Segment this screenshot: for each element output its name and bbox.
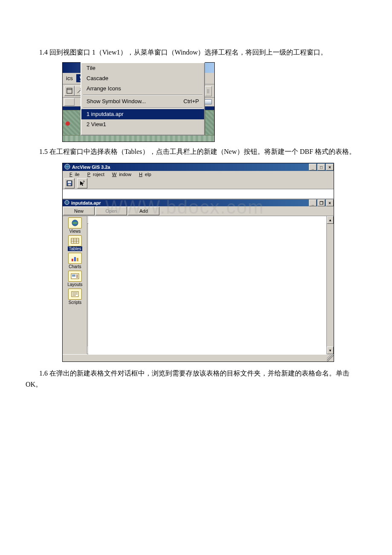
svg-rect-11 bbox=[71, 238, 79, 243]
toolbar-row2-button[interactable] bbox=[64, 98, 75, 106]
close-button[interactable]: × bbox=[326, 164, 334, 171]
svg-rect-0 bbox=[67, 88, 72, 93]
project-minimize-button[interactable]: _ bbox=[309, 199, 317, 206]
menu-item-cascade[interactable]: CascadeCascade bbox=[81, 73, 204, 84]
project-title: inputdata.apr bbox=[69, 200, 101, 205]
svg-rect-7 bbox=[68, 184, 71, 185]
app-toolbar: ? bbox=[63, 178, 334, 189]
svg-rect-21 bbox=[76, 275, 78, 278]
menu-item-arrange-icons[interactable]: Arrange IconsArrange Icons bbox=[81, 84, 204, 94]
svg-rect-20 bbox=[72, 275, 75, 277]
scroll-down-icon[interactable]: ▼ bbox=[327, 347, 334, 354]
svg-point-9 bbox=[65, 200, 69, 205]
minimize-button[interactable]: _ bbox=[309, 164, 317, 171]
sidebar-label: Charts bbox=[69, 264, 81, 269]
figure-window-menu: ics WWindowindow HHelpelp TileTile bbox=[62, 62, 215, 142]
new-button[interactable]: New bbox=[63, 207, 95, 215]
project-titlebar: inputdata.apr _ ❐ × bbox=[63, 199, 334, 206]
menu-item-view1[interactable]: 2 View12 View1 bbox=[81, 119, 204, 130]
maximize-button[interactable]: □ bbox=[317, 164, 325, 171]
map-strip-right bbox=[205, 110, 214, 136]
menu-project[interactable]: ProjectProject bbox=[82, 171, 107, 177]
sidebar-item-layouts[interactable]: Layouts bbox=[64, 270, 86, 287]
svg-text:?: ? bbox=[83, 180, 85, 184]
paragraph-1-4: 1.4 回到视图窗口 1（View1），从菜单窗口（Window）选择工程名，将… bbox=[26, 47, 366, 58]
sidebar-item-tables[interactable]: Tables bbox=[64, 235, 86, 251]
sidebar-label: Views bbox=[69, 228, 81, 234]
paragraph-1-5: 1.5 在工程窗口中选择表格（Tables），点击工具栏上的新建（New）按钮。… bbox=[26, 146, 366, 157]
menu-file[interactable]: FileFile bbox=[64, 171, 82, 177]
project-button-row: New Open Add bbox=[63, 206, 334, 216]
app-icon bbox=[64, 164, 70, 171]
charts-icon bbox=[68, 253, 82, 264]
sidebar-label: Layouts bbox=[67, 282, 82, 287]
svg-rect-18 bbox=[77, 258, 78, 261]
content-scrollbar[interactable]: ▲ ▼ bbox=[326, 216, 334, 354]
toolbar-grip-icon[interactable] bbox=[205, 86, 212, 96]
sidebar-label: Scripts bbox=[69, 300, 82, 305]
sidebar-item-scripts[interactable]: Scripts bbox=[64, 288, 86, 305]
menu-help[interactable]: HelpHelp bbox=[134, 171, 154, 177]
help-pointer-button[interactable]: ? bbox=[77, 178, 87, 188]
menu-window[interactable]: WindowWindow bbox=[107, 171, 134, 177]
menu-item-project[interactable]: 1 inputdata.apr1 inputdata.apr bbox=[81, 109, 204, 119]
blank-toolbar-area bbox=[63, 189, 334, 199]
map-strip-left bbox=[63, 110, 81, 136]
svg-rect-16 bbox=[72, 259, 73, 261]
window-dropdown-menu: TileTile CascadeCascade Arrange IconsArr… bbox=[81, 62, 205, 136]
menubar-fragment: ics bbox=[66, 75, 73, 81]
project-icon bbox=[64, 200, 69, 206]
add-button[interactable]: Add bbox=[128, 207, 159, 215]
menu-shortcut: Ctrl+P bbox=[175, 98, 199, 104]
app-menubar: FileFile ProjectProject WindowWindow Hel… bbox=[63, 171, 334, 178]
paragraph-1-6: 1.6 在弹出的新建表格文件对话框中，浏览到需要存放该表格的目标文件夹，并给新建… bbox=[26, 368, 366, 390]
layouts-icon bbox=[68, 271, 82, 282]
open-button[interactable]: Open bbox=[95, 207, 127, 215]
project-close-button[interactable]: × bbox=[326, 199, 334, 206]
tables-icon bbox=[68, 235, 82, 246]
scroll-up-icon[interactable]: ▲ bbox=[327, 216, 334, 224]
save-button[interactable] bbox=[64, 178, 75, 188]
project-content-area: ▲ ▼ bbox=[88, 216, 334, 354]
views-icon bbox=[68, 217, 82, 228]
outer-titlebar: ArcView GIS 3.2a _ □ × bbox=[63, 163, 334, 171]
figure-arcview-project: ArcView GIS 3.2a _ □ × FileFile ProjectP… bbox=[62, 163, 334, 362]
sidebar-label: Tables bbox=[68, 246, 83, 251]
toolbar-button-1[interactable] bbox=[64, 86, 75, 96]
scripts-icon bbox=[68, 289, 82, 300]
project-restore-button[interactable]: ❐ bbox=[317, 199, 325, 206]
map-strip-bottom bbox=[63, 136, 214, 142]
project-window: inputdata.apr _ ❐ × New Open Add bbox=[63, 199, 334, 354]
resize-grip-icon[interactable] bbox=[327, 355, 334, 361]
menu-item-tile[interactable]: TileTile bbox=[81, 63, 204, 73]
sidebar-item-charts[interactable]: Charts bbox=[64, 252, 86, 269]
project-sidebar: Views Tables Charts bbox=[63, 216, 88, 354]
svg-rect-6 bbox=[68, 181, 71, 183]
status-bar bbox=[63, 354, 334, 361]
sidebar-item-views[interactable]: Views bbox=[64, 217, 86, 234]
app-title: ArcView GIS 3.2a bbox=[70, 165, 110, 170]
svg-rect-17 bbox=[74, 257, 76, 261]
menu-item-show-symbol-window[interactable]: Show Symbol Window... Ctrl+P bbox=[81, 96, 204, 107]
